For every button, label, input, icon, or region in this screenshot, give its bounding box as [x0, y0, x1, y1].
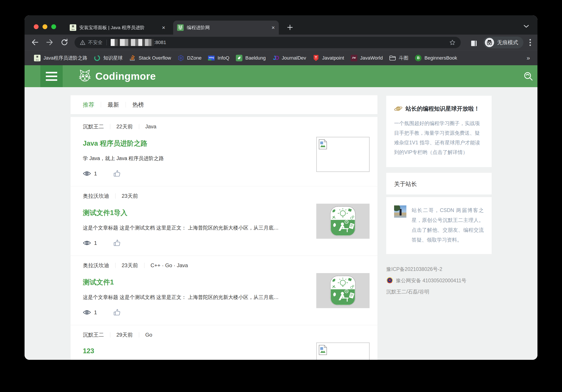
back-icon[interactable]	[31, 38, 39, 46]
bookmark-javaworld[interactable]: JWJavaWorld	[347, 55, 386, 61]
article-thumbnail[interactable]	[316, 137, 370, 172]
svg-text:Java: Java	[36, 59, 39, 61]
hamburger-menu-icon[interactable]	[40, 65, 63, 87]
article-tags[interactable]: Java	[145, 123, 156, 130]
article-author[interactable]: 奥拉沃坎迪	[83, 262, 109, 269]
bookmark-stackoverflow[interactable]: Stack Overflow	[126, 55, 174, 61]
minimize-window-button[interactable]	[43, 24, 47, 29]
tab-baota-panel[interactable]: Java 安装宝塔面板 | Java 程序员进阶 ×	[66, 21, 169, 34]
badge-illustration	[316, 273, 370, 308]
about-body[interactable]: 站长二哥，CSDN 两届博客之星，原创公号沉默王二主理人。点击了解他、交朋友、编…	[412, 205, 484, 245]
bookmark-java-light[interactable]: JavaJava程序员进阶之路	[31, 55, 91, 61]
feed-tabs: 推荐最新热榜	[70, 95, 377, 114]
article-excerpt[interactable]: 学 Java，就上 Java 程序员进阶之路	[83, 155, 306, 162]
menu-dots-icon[interactable]	[529, 39, 531, 46]
article-author[interactable]: 奥拉沃坎迪	[83, 192, 109, 200]
brand-name: Codingmore	[95, 70, 156, 82]
close-tab-icon[interactable]: ×	[162, 25, 165, 30]
bookmarks-bar: JavaJava程序员进阶之路知识星球Stack OverflowDZoneIn…	[24, 50, 538, 65]
police-line[interactable]: 豫公网安备 41030502000411号	[386, 277, 492, 284]
article-thumbnail[interactable]	[316, 343, 370, 360]
promo-body: 一个氛围超好的编程学习圈子，实战项目手把手教，海量学习资源免费送、疑难杂症1V1…	[394, 118, 484, 157]
bookmark-label: Javatpoint	[322, 55, 344, 61]
infoq-icon: InfoQ	[208, 55, 215, 61]
stackoverflow-icon	[129, 55, 136, 61]
article-meta: 沉默王二29天前Go	[83, 325, 365, 338]
bookmark-beginnersbook[interactable]: BBeginnersBook	[412, 55, 460, 61]
url-port: :8081	[154, 40, 166, 45]
article-feed: 推荐最新热榜 沉默王二22天前JavaJava 程序员进阶之路学 Java，就上…	[70, 95, 377, 360]
incognito-badge: 无痕模式	[483, 37, 523, 48]
about-title: 关于站长	[386, 173, 492, 194]
incognito-label: 无痕模式	[497, 39, 518, 46]
javatpoint-icon: T	[313, 55, 319, 61]
tab-codingmore[interactable]: 编程进阶网 ×	[173, 21, 279, 34]
article-author[interactable]: 沉默王二	[83, 123, 104, 130]
article-excerpt[interactable]: 这是个文章标题 这是个测试文档 这里是正文： 上海普陀区的光新大楼小区，从三月底…	[83, 294, 306, 301]
feed-tab-2[interactable]: 热榜	[132, 101, 144, 109]
bookmark-journaldev[interactable]: JDJournalDev	[269, 55, 309, 61]
feed-tab-1[interactable]: 最新	[108, 101, 119, 109]
svg-text:Java: Java	[71, 28, 75, 30]
bookmark-label: Stack Overflow	[139, 55, 171, 61]
address-bar[interactable]: 不安全 :8081	[74, 37, 461, 48]
article-item: 奥拉沃坎迪23天前测试文件1导入这是个文章标题 这是个测试文档 这里是正文： 上…	[70, 186, 377, 256]
forward-icon[interactable]	[46, 38, 54, 46]
promo-card[interactable]: 站长的编程知识星球开放啦！ 一个氛围超好的编程学习圈子，实战项目手把手教，海量学…	[386, 96, 492, 167]
green-ring-icon	[94, 55, 100, 61]
planet-icon	[394, 104, 402, 113]
bookmark-label: JavaWorld	[360, 55, 383, 61]
bookmark-infoq[interactable]: InfoQInfoQ	[205, 55, 233, 61]
close-window-button[interactable]	[34, 24, 39, 29]
bookmark-label: InfoQ	[217, 55, 229, 61]
bookmark-label: DZone	[187, 55, 201, 61]
icp-line[interactable]: 豫ICP备2021038026号-2	[386, 266, 492, 273]
zoom-window-button[interactable]	[51, 24, 56, 29]
bookmark-javatpoint[interactable]: TJavatpoint	[309, 55, 347, 61]
site-footer: 豫ICP备2021038026号-2 豫公网安备 41030502000411号…	[386, 266, 492, 295]
article-item: 沉默王二22天前JavaJava 程序员进阶之路学 Java，就上 Java 程…	[70, 117, 377, 186]
bookmark-star-icon[interactable]	[449, 39, 456, 45]
feed-tab-0[interactable]: 推荐	[83, 101, 94, 109]
reload-icon[interactable]	[60, 38, 68, 46]
security-label: 不安全	[88, 39, 103, 46]
chevron-down-icon[interactable]	[523, 24, 529, 28]
tab-title: 安装宝塔面板 | Java 程序员进阶	[79, 24, 160, 31]
desktop-background: Java 安装宝塔面板 | Java 程序员进阶 × 编程进阶网 ×	[0, 0, 562, 392]
bookmark-baeldung[interactable]: Baeldung	[233, 55, 269, 61]
site-logo[interactable]: Codingmore	[78, 65, 156, 87]
divider	[139, 124, 139, 129]
new-tab-button[interactable]	[287, 24, 293, 31]
article-thumbnail[interactable]	[316, 204, 370, 239]
search-icon[interactable]	[523, 71, 534, 81]
javaworld-icon: JW	[351, 55, 357, 61]
tab-strip: Java 安装宝塔面板 | Java 程序员进阶 × 编程进阶网 ×	[24, 15, 538, 34]
article-thumbnail[interactable]	[316, 273, 370, 308]
thumbs-up-icon	[113, 239, 121, 247]
sidebar: 站长的编程知识星球开放啦！ 一个氛围超好的编程学习圈子，实战项目手把手教，海量学…	[386, 96, 492, 300]
thumbs-up-icon	[113, 170, 121, 177]
article-date: 22天前	[116, 123, 133, 130]
cat-logo-icon	[78, 69, 92, 83]
avatar[interactable]	[394, 205, 406, 218]
bookmarks-overflow-chevron[interactable]: »	[527, 55, 530, 62]
article-excerpt[interactable]: 这是个文章标题 这是个测试文档 这里是正文： 上海普陀区的光新大楼小区，从三月底…	[83, 224, 306, 231]
eye-icon	[83, 240, 91, 246]
about-card: 关于站长 站长二哥，CSDN 两届博客之星，原创公号沉默王二主理人。点击了解他、…	[386, 173, 492, 254]
warning-triangle-icon[interactable]	[80, 40, 85, 45]
dzone-icon	[177, 55, 184, 61]
article-stats: 1	[83, 239, 365, 256]
article-author[interactable]: 沉默王二	[83, 331, 104, 338]
browser-toolbar: 不安全 :8081	[24, 34, 538, 50]
incognito-icon	[485, 38, 494, 47]
authors-line: 沉默王二/石磊/谷明	[386, 288, 492, 295]
close-tab-icon[interactable]: ×	[271, 25, 275, 30]
bookmark-green-ring[interactable]: 知识星球	[91, 55, 126, 61]
article-tags[interactable]: Go	[145, 332, 152, 338]
side-panel-icon[interactable]	[470, 40, 478, 47]
article-item: 沉默王二29天前Go123123123	[70, 325, 377, 360]
article-tags[interactable]: C++ · Go · Java	[151, 262, 188, 269]
article-meta: 沉默王二22天前Java	[83, 117, 365, 130]
bookmark-dzone[interactable]: DZone	[174, 55, 205, 61]
bookmark-folder[interactable]: 斗图	[386, 55, 412, 61]
